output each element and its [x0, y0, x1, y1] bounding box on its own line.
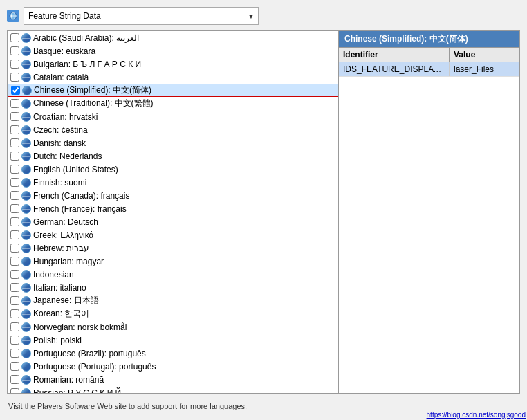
language-item[interactable]: Italian: italiano — [8, 281, 338, 294]
right-panel-header: Chinese (Simplified): 中文(简体) — [339, 31, 519, 48]
globe-icon — [21, 73, 31, 82]
value-cell: laser_Files — [450, 62, 519, 76]
language-checkbox[interactable] — [10, 349, 19, 358]
language-label: Korean: 한국어 — [33, 308, 89, 320]
language-checkbox[interactable] — [10, 257, 19, 266]
globe-icon — [21, 309, 31, 319]
language-item[interactable]: Croatian: hrvatski — [8, 110, 338, 123]
language-item[interactable]: French (Canada): français — [8, 189, 338, 202]
right-panel: Chinese (Simplified): 中文(简体) Identifier … — [339, 30, 520, 394]
language-checkbox[interactable] — [10, 217, 19, 226]
language-label: Hebrew: עברית — [33, 244, 89, 253]
language-checkbox[interactable] — [10, 178, 19, 187]
language-item[interactable]: Danish: dansk — [8, 136, 338, 149]
language-item[interactable]: Korean: 한국어 — [8, 307, 338, 320]
language-item[interactable]: French (France): français — [8, 202, 338, 215]
globe-icon — [21, 336, 31, 345]
identifier-cell: IDS_FEATURE_DISPLAY_NAME1 — [339, 62, 450, 76]
globe-icon — [21, 60, 31, 69]
language-label: English (United States) — [33, 165, 118, 174]
language-item[interactable]: Finnish: suomi — [8, 176, 338, 189]
globe-icon — [21, 138, 31, 148]
language-checkbox[interactable] — [10, 230, 19, 239]
globe-icon — [21, 257, 31, 266]
language-checkbox[interactable] — [10, 46, 19, 55]
language-label: Hungarian: magyar — [33, 257, 104, 266]
language-checkbox[interactable] — [10, 165, 19, 174]
language-checkbox[interactable] — [10, 270, 19, 279]
language-checkbox[interactable] — [10, 73, 19, 82]
language-item[interactable]: Japanese: 日本語 — [8, 294, 338, 307]
globe-icon — [21, 46, 31, 56]
globe-icon — [21, 296, 31, 306]
language-item[interactable]: Polish: polski — [8, 334, 338, 347]
language-item[interactable]: Norwegian: norsk bokmål — [8, 320, 338, 334]
language-checkbox[interactable] — [10, 362, 19, 371]
language-label: French (Canada): français — [33, 191, 129, 201]
language-item[interactable]: Russian: Р У С С К И Й — [8, 386, 338, 393]
language-checkbox[interactable] — [10, 283, 19, 292]
dropdown-row: Feature String Data — [7, 7, 520, 25]
language-checkbox[interactable] — [10, 309, 19, 318]
language-item[interactable]: Romanian: română — [8, 373, 338, 386]
language-checkbox[interactable] — [10, 60, 19, 69]
language-item[interactable]: Portuguese (Brazil): português — [8, 347, 338, 360]
content-area: Arabic (Saudi Arabia): العربيةBasque: eu… — [7, 30, 520, 394]
dropdown-wrapper: Feature String Data — [24, 7, 259, 25]
language-checkbox[interactable] — [10, 138, 19, 147]
globe-icon — [21, 112, 31, 122]
table-header-row: Identifier Value — [339, 48, 519, 62]
globe-icon — [21, 165, 31, 174]
language-item[interactable]: Catalan: català — [8, 71, 338, 84]
language-item[interactable]: Indonesian — [8, 268, 338, 281]
language-checkbox[interactable] — [10, 204, 19, 213]
feature-string-dropdown[interactable]: Feature String Data — [24, 7, 259, 25]
language-checkbox[interactable] — [10, 322, 19, 331]
language-checkbox[interactable] — [11, 86, 20, 95]
language-label: Portuguese (Portugal): português — [33, 362, 156, 372]
globe-icon — [21, 322, 31, 332]
language-label: Greek: Ελληνικά — [33, 230, 93, 240]
watermark: https://blog.csdn.net/songjsgood — [427, 411, 526, 419]
language-item[interactable]: Hungarian: magyar — [8, 255, 338, 268]
language-checkbox[interactable] — [10, 125, 19, 134]
language-item[interactable]: Greek: Ελληνικά — [8, 228, 338, 241]
language-checkbox[interactable] — [10, 388, 19, 393]
language-checkbox[interactable] — [10, 99, 19, 108]
language-item[interactable]: Arabic (Saudi Arabia): العربية — [8, 31, 338, 44]
language-item[interactable]: Hebrew: עברית — [8, 241, 338, 255]
globe-icon — [21, 204, 31, 214]
language-label: Croatian: hrvatski — [33, 112, 98, 122]
main-container: Feature String Data Arabic (Saudi Arabia… — [0, 0, 527, 420]
language-label: Indonesian — [33, 270, 74, 280]
language-label: Finnish: suomi — [33, 178, 86, 188]
language-checkbox[interactable] — [10, 375, 19, 384]
language-checkbox[interactable] — [10, 296, 19, 305]
language-item[interactable]: Czech: čeština — [8, 123, 338, 136]
language-item[interactable]: Chinese (Simplified): 中文(简体) — [8, 84, 338, 97]
language-checkbox[interactable] — [10, 33, 19, 42]
globe-icon — [21, 191, 31, 201]
language-checkbox[interactable] — [10, 152, 19, 161]
globe-icon — [21, 152, 31, 161]
language-list[interactable]: Arabic (Saudi Arabia): العربيةBasque: eu… — [8, 31, 338, 393]
globe-icon — [21, 178, 31, 188]
language-label: Russian: Р У С С К И Й — [33, 388, 121, 394]
language-checkbox[interactable] — [10, 112, 19, 121]
table-row[interactable]: IDS_FEATURE_DISPLAY_NAME1laser_Files — [339, 62, 519, 77]
language-checkbox[interactable] — [10, 336, 19, 345]
language-item[interactable]: Bulgarian: Б Ъ Л Г А Р С К И — [8, 57, 338, 71]
language-checkbox[interactable] — [10, 244, 19, 253]
language-item[interactable]: German: Deutsch — [8, 215, 338, 228]
language-item[interactable]: English (United States) — [8, 163, 338, 176]
language-item[interactable]: Dutch: Nederlands — [8, 149, 338, 163]
globe-icon — [21, 283, 31, 293]
language-item[interactable]: Basque: euskara — [8, 44, 338, 57]
col-header-identifier: Identifier — [339, 48, 450, 62]
globe-icon — [21, 388, 31, 394]
language-label: Arabic (Saudi Arabia): العربية — [33, 33, 139, 43]
language-item[interactable]: Chinese (Traditional): 中文(繁體) — [8, 97, 338, 110]
language-checkbox[interactable] — [10, 191, 19, 200]
language-item[interactable]: Portuguese (Portugal): português — [8, 360, 338, 373]
language-label: Czech: čeština — [33, 125, 88, 135]
